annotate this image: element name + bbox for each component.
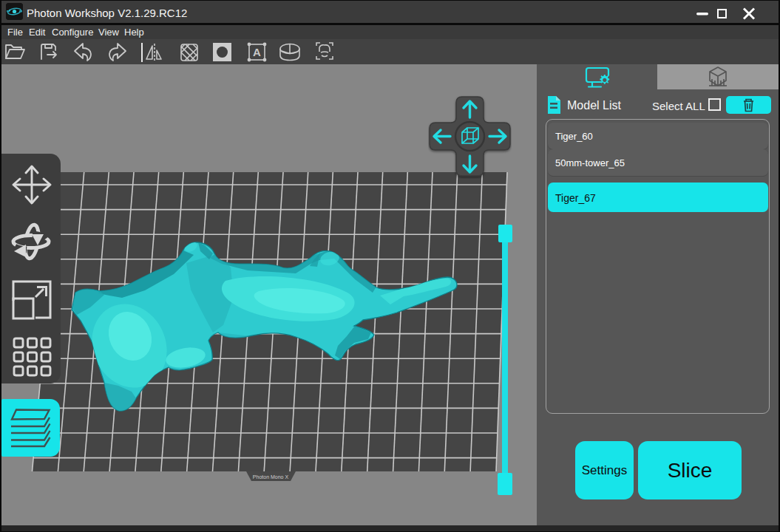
svg-text:Photon Mono X: Photon Mono X <box>253 474 289 480</box>
svg-text:A: A <box>253 46 261 58</box>
